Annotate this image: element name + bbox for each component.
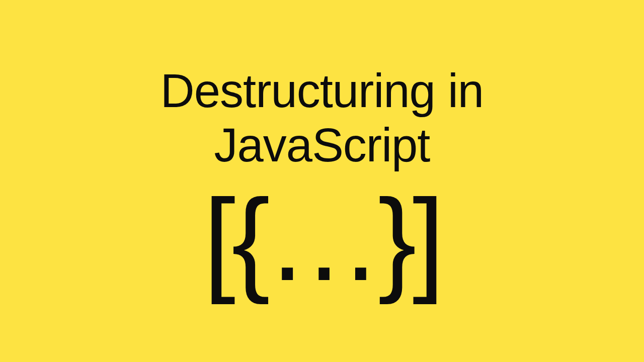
title-line-2: JavaScript bbox=[214, 119, 430, 171]
slide-title: Destructuring in JavaScript bbox=[160, 64, 484, 172]
destructuring-brackets-icon: [{…}] bbox=[203, 183, 440, 298]
title-line-1: Destructuring in bbox=[160, 64, 484, 117]
